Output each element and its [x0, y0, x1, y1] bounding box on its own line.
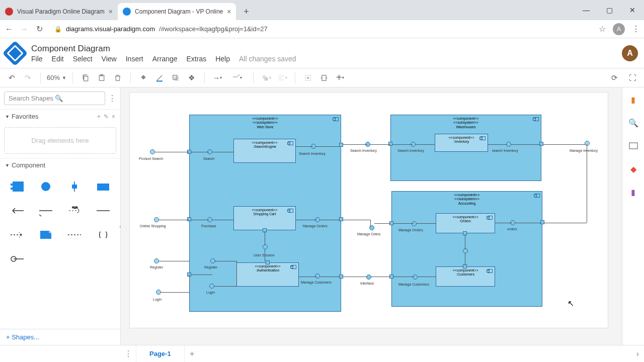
shape-required-interface[interactable] — [5, 249, 29, 268]
port[interactable] — [154, 258, 159, 263]
insert-button[interactable]: + ▾ — [334, 71, 347, 84]
connector[interactable] — [417, 223, 436, 224]
connector[interactable] — [236, 275, 237, 287]
connector[interactable] — [155, 152, 189, 152]
port[interactable] — [154, 217, 159, 222]
outline-icon[interactable] — [628, 141, 638, 151]
shape-constraint[interactable] — [92, 225, 115, 244]
edit-favorite-icon[interactable]: ✎ — [104, 113, 109, 120]
shape-usage[interactable]: «u» — [63, 201, 87, 220]
component-inventory[interactable]: <<component>> :Inventory — [435, 134, 488, 152]
format-panel-icon[interactable]: ▮ — [628, 95, 638, 105]
fit-page-button[interactable] — [317, 71, 331, 84]
shape-port[interactable] — [63, 177, 87, 196]
menu-arrange[interactable]: Arrange — [152, 55, 178, 63]
page-tab[interactable]: Page-1 — [136, 345, 185, 362]
window-minimize-button[interactable]: — — [575, 0, 598, 20]
connector[interactable] — [214, 261, 236, 261]
snap-button[interactable] — [301, 71, 314, 84]
comments-icon[interactable]: ▮ — [628, 187, 638, 197]
add-favorite-icon[interactable]: + — [97, 113, 101, 120]
connector[interactable] — [515, 223, 541, 223]
app-logo-icon[interactable] — [3, 40, 28, 66]
connector[interactable] — [299, 277, 317, 277]
connector[interactable] — [191, 220, 209, 220]
menu-insert[interactable]: Insert — [126, 55, 143, 63]
connector[interactable] — [236, 261, 237, 275]
connector[interactable] — [511, 144, 540, 145]
connector[interactable] — [370, 220, 371, 227]
connector[interactable] — [416, 144, 435, 145]
shape-package[interactable] — [92, 177, 115, 196]
menu-extras[interactable]: Extras — [187, 55, 207, 63]
component-shoppingcart[interactable]: <<component>> Shopping Cart — [233, 206, 296, 230]
clear-favorite-icon[interactable]: × — [112, 113, 115, 120]
port[interactable] — [413, 275, 418, 280]
nav-back-button[interactable]: ← — [4, 24, 14, 34]
connector[interactable] — [488, 144, 507, 145]
connector[interactable] — [374, 223, 390, 224]
port[interactable] — [263, 244, 268, 249]
to-front-button[interactable]: ▾ — [260, 71, 273, 84]
square-port[interactable] — [266, 260, 270, 264]
window-close-button[interactable]: ✕ — [621, 0, 644, 20]
favorites-panel-header[interactable]: ▼ Favorites + ✎ × — [0, 109, 120, 123]
diagram-canvas[interactable]: <<component>> <<subsystem>> Web Store <<… — [121, 87, 622, 345]
fill-color-button[interactable] — [137, 71, 150, 84]
shape-dependency-left[interactable] — [5, 201, 29, 220]
redo-button[interactable]: ↷ — [21, 71, 34, 84]
paste-button[interactable] — [95, 71, 108, 84]
menu-file[interactable]: File — [31, 55, 43, 63]
connector[interactable] — [191, 152, 209, 152]
component-authentication[interactable]: <<component>> :Authentication — [236, 262, 299, 287]
connector[interactable] — [159, 220, 189, 220]
line-color-button[interactable] — [153, 71, 166, 84]
user-avatar[interactable]: A — [622, 45, 638, 61]
expand-panel-button[interactable]: › — [636, 349, 644, 358]
browser-menu-icon[interactable]: ⋮ — [632, 24, 640, 34]
menu-view[interactable]: View — [102, 55, 117, 63]
connector[interactable] — [320, 277, 340, 277]
menu-help[interactable]: Help — [215, 55, 230, 63]
connector[interactable] — [320, 220, 340, 220]
format-painter-button[interactable]: ❖ — [185, 71, 198, 84]
port[interactable] — [366, 275, 371, 280]
new-tab-button[interactable]: + — [239, 5, 253, 19]
connector[interactable] — [465, 253, 465, 265]
nav-forward-button[interactable]: → — [19, 24, 29, 34]
port[interactable] — [412, 221, 417, 226]
square-port[interactable] — [539, 142, 543, 146]
connector[interactable] — [189, 275, 190, 293]
shape-dependency-right[interactable] — [5, 225, 29, 244]
undo-button[interactable]: ↶ — [5, 71, 18, 84]
connector[interactable] — [214, 286, 236, 287]
favorites-drop-zone[interactable]: Drag elements here — [4, 127, 116, 154]
align-button[interactable]: ▾ — [276, 71, 289, 84]
bookmark-star-icon[interactable]: ☆ — [599, 24, 606, 34]
connector[interactable] — [495, 223, 512, 223]
component-searchengine[interactable]: <<component>> :SearchEngine — [233, 139, 296, 163]
square-port[interactable] — [187, 217, 191, 221]
layers-icon[interactable]: ◆ — [628, 164, 638, 174]
port[interactable] — [150, 149, 155, 154]
more-shapes-button[interactable]: + Shapes... — [0, 329, 120, 345]
url-field[interactable]: 🔒 diagrams.visual-paradigm.com/#workspac… — [49, 25, 594, 33]
sync-icon[interactable]: ⟳ — [608, 71, 621, 84]
connector[interactable] — [161, 292, 189, 293]
connection-style-button[interactable]: → ▾ — [211, 71, 224, 84]
connector[interactable] — [370, 144, 390, 145]
shape-association[interactable] — [34, 201, 57, 220]
component-orders[interactable]: <<component>> Orders — [436, 213, 495, 233]
connector[interactable] — [465, 234, 465, 249]
search-shapes-input[interactable]: Search Shapes 🔍 — [4, 92, 105, 105]
tab-close-icon[interactable]: × — [227, 8, 231, 16]
copy-button[interactable] — [79, 71, 92, 84]
connector[interactable] — [544, 223, 587, 223]
delete-button[interactable] — [111, 71, 124, 84]
port[interactable] — [156, 290, 161, 295]
connector[interactable] — [316, 146, 340, 147]
port[interactable] — [585, 141, 590, 146]
profile-avatar[interactable]: A — [613, 23, 625, 35]
nav-reload-button[interactable]: ↻ — [34, 24, 44, 34]
page-menu-button[interactable]: ⋮ — [121, 345, 136, 362]
